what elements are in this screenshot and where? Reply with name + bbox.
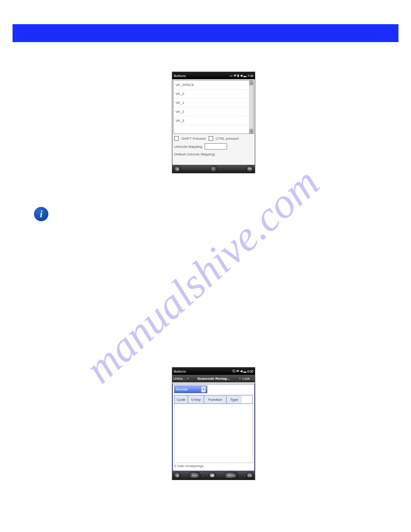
scroll-down-arrow-icon[interactable]: ▾ bbox=[249, 129, 253, 133]
menu-button[interactable]: ≡ bbox=[210, 166, 217, 172]
start-button[interactable]: ⊞ bbox=[174, 472, 181, 479]
col-vkey[interactable]: V-Key bbox=[188, 395, 204, 403]
window-icon: ▭ bbox=[230, 74, 233, 77]
list-item[interactable]: VK_2 bbox=[174, 107, 249, 116]
screenshot-buttons-virtual-keys: Buttons ▭ ⇄ ▮ ◀ ▬ 7:48 VK_SPACE VK_0 VK_… bbox=[172, 72, 255, 173]
status-icons: ▭ ⇄ ▮ ◀ ▬ 7:48 bbox=[230, 74, 253, 77]
add-button[interactable]: Add bbox=[189, 472, 201, 479]
tab-next-label[interactable]: Lock ... bbox=[242, 377, 254, 381]
remapping-grid-body[interactable] bbox=[174, 404, 253, 463]
col-code[interactable]: Code bbox=[175, 395, 188, 403]
menu-button[interactable]: Menu bbox=[224, 472, 238, 479]
bottom-bar: ⊞ Add ⌨ Menu OK bbox=[172, 471, 255, 480]
chevron-left-icon[interactable]: ‹ bbox=[186, 377, 189, 381]
titlebar: Buttons ▭ ⇄ ▮ ◀ ▬ 7:48 bbox=[172, 72, 255, 79]
dropdown-arrow-icon: ▾ bbox=[201, 386, 206, 392]
ctrl-label: CTRL pressed bbox=[216, 137, 239, 141]
sync-icon: ⇄ bbox=[236, 369, 239, 373]
tab-current-label: Scancode Remap... bbox=[190, 377, 238, 381]
bottom-bar: ⊞ ≡ OK bbox=[172, 165, 255, 173]
sync-icon: ⇄ bbox=[234, 74, 236, 77]
windows-flag-icon: ⊞ bbox=[176, 474, 179, 477]
clock-time: 7:48 bbox=[247, 74, 253, 77]
shift-label: SHIFT Pressed bbox=[181, 137, 206, 141]
status-icons: ⓑ ⇄ ◀ ▬ 0:00 bbox=[232, 369, 253, 373]
unicode-mapping-label: Unicode Mapping: bbox=[174, 145, 203, 149]
list-item[interactable]: VK_3 bbox=[174, 116, 249, 125]
tab-prev-label[interactable]: Unica... bbox=[173, 377, 185, 381]
chevron-right-icon[interactable]: › bbox=[239, 377, 242, 381]
col-type[interactable]: Type bbox=[227, 395, 242, 403]
default-unicode-label: Default Unicode Mapping: bbox=[172, 151, 255, 158]
menu-icon: ≡ bbox=[213, 167, 214, 170]
screenshot-scancode-remapping: Buttons ⓑ ⇄ ◀ ▬ 0:00 Unica... ‹ Scancode… bbox=[172, 367, 255, 480]
dropdown-value: Normal bbox=[176, 387, 188, 391]
unicode-mapping-input[interactable] bbox=[205, 143, 227, 150]
titlebar: Buttons ⓑ ⇄ ◀ ▬ 0:00 bbox=[172, 368, 255, 375]
mode-dropdown[interactable]: Normal ▾ bbox=[174, 386, 207, 393]
keyboard-icon: ⌨ bbox=[210, 474, 214, 477]
tab-header: Unica... ‹ Scancode Remap... › Lock ... bbox=[172, 375, 255, 382]
scroll-up-arrow-icon[interactable]: ▴ bbox=[249, 81, 253, 85]
modifier-checkboxes: SHIFT Pressed CTRL pressed bbox=[172, 135, 255, 142]
scrollbar[interactable]: ▴ ▾ bbox=[249, 81, 253, 133]
volume-icon: ◀ bbox=[240, 369, 242, 373]
remapping-grid-header: Code V-Key Function Type bbox=[174, 395, 253, 404]
page-header-bar bbox=[13, 24, 398, 42]
keyboard-button[interactable]: ⌨ bbox=[209, 472, 216, 479]
remapping-count: 0 total remappings bbox=[174, 463, 253, 469]
list-item[interactable]: VK_SPACE bbox=[174, 81, 249, 90]
scancode-body: Normal ▾ Code V-Key Function Type 0 tota… bbox=[172, 384, 255, 471]
virtual-key-list: VK_SPACE VK_0 VK_1 VK_2 VK_3 ▴ ▾ bbox=[173, 80, 254, 134]
battery-icon: ▬ bbox=[243, 74, 246, 77]
watermark: manualshive.com bbox=[75, 158, 329, 393]
ok-button[interactable]: OK bbox=[246, 472, 253, 479]
titlebar-title: Buttons bbox=[174, 369, 186, 373]
ctrl-checkbox[interactable] bbox=[209, 136, 213, 141]
unicode-mapping-row: Unicode Mapping: bbox=[172, 142, 255, 151]
signal-icon: ▮ bbox=[237, 74, 239, 77]
info-icon: i bbox=[34, 207, 48, 221]
windows-flag-icon: ⊞ bbox=[176, 167, 179, 171]
list-item[interactable]: VK_1 bbox=[174, 99, 249, 107]
battery-icon: ▬ bbox=[243, 370, 246, 373]
ok-button[interactable]: OK bbox=[246, 166, 253, 172]
list-item[interactable]: VK_0 bbox=[174, 90, 249, 99]
col-function[interactable]: Function bbox=[204, 395, 227, 403]
titlebar-title: Buttons bbox=[174, 74, 186, 78]
volume-icon: ◀ bbox=[240, 74, 242, 77]
shift-checkbox[interactable] bbox=[174, 136, 179, 141]
start-button[interactable]: ⊞ bbox=[174, 166, 181, 172]
clock-time: 0:00 bbox=[247, 370, 253, 373]
bluetooth-icon: ⓑ bbox=[232, 369, 235, 373]
